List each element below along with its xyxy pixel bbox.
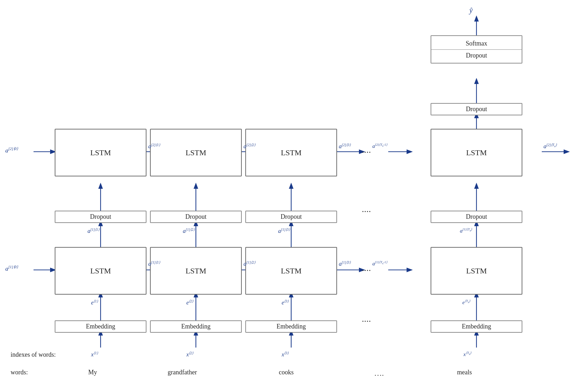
dots-drop: .... [362, 204, 371, 215]
lstm-l1-col3: LSTM [245, 247, 337, 295]
lstm-label-l2-c1: LSTM [90, 148, 111, 157]
lstm-l1-col2: LSTM [150, 247, 242, 295]
word-meals: meals [457, 369, 472, 376]
y-hat-label: ŷ [469, 6, 473, 14]
dropout-label-top-c4: Dropout [466, 105, 487, 113]
lstm-label-l1-c3: LSTM [281, 266, 302, 276]
dots-l2: .... [362, 145, 371, 155]
lstm-label-l1-c2: LSTM [186, 266, 206, 276]
a2-0-label: a[2]⟨0⟩ [5, 146, 18, 154]
lstm-l2-col1: LSTM [55, 129, 146, 176]
a1-3-h-label: a[1]⟨3⟩ [339, 260, 351, 267]
dots-emb: .... [362, 314, 371, 324]
lstm-label-l1-c4: LSTM [466, 266, 487, 276]
word-grandfather: grandfather [168, 369, 197, 376]
e3-label: e⟨3⟩ [282, 299, 289, 306]
lstm-l1-col1: LSTM [55, 247, 146, 295]
lstm-l1-col4: LSTM [431, 247, 522, 295]
lstm-label-l1-c1: LSTM [90, 266, 111, 276]
dropout-label-c2: Dropout [185, 213, 206, 221]
dropout-label-c4: Dropout [466, 213, 487, 221]
embedding-label-3: Embedding [277, 323, 306, 330]
a1-tx1-h-label: a[1]⟨Tx-1⟩ [372, 260, 388, 267]
x2-label: x⟨2⟩ [186, 351, 193, 358]
dropout-softmax-label: Dropout [466, 50, 487, 61]
e2-label: e⟨2⟩ [186, 299, 193, 306]
embedding-box-2: Embedding [150, 320, 242, 333]
a1-2-h-label: a[1]⟨2⟩ [244, 260, 256, 267]
x3-label: x⟨3⟩ [282, 351, 289, 358]
embedding-label-1: Embedding [86, 323, 115, 330]
dropout-top-col4: Dropout [431, 103, 522, 115]
dropout-col1: Dropout [55, 211, 146, 223]
a1-0-label: a[1]⟨0⟩ [5, 265, 18, 272]
word-my: My [88, 369, 97, 376]
dropout-label-c3: Dropout [281, 213, 302, 221]
a2-tx1-h-label: a[2]⟨Tx-1⟩ [372, 143, 388, 149]
a2-1-h-label: a[2]⟨1⟩ [148, 143, 160, 150]
embedding-label-4: Embedding [462, 323, 491, 330]
a2-tx-h-label: a[2]⟨Tx⟩ [544, 143, 557, 150]
dropout-col4: Dropout [431, 211, 522, 223]
dropout-label-c1: Dropout [90, 213, 111, 221]
embedding-box-3: Embedding [245, 320, 337, 333]
indexes-label: indexes of words: [11, 351, 56, 358]
word-cooks: cooks [279, 369, 294, 376]
xtx-label: x⟨Tx⟩ [463, 351, 472, 357]
a1-1-v-label: a[1]⟨1⟩ [88, 228, 100, 234]
dropout-col3: Dropout [245, 211, 337, 223]
x1-label: x⟨1⟩ [91, 351, 98, 358]
a1-3-v-label: a[1]⟨3⟩ [278, 228, 290, 234]
softmax-dropout-box: Softmax Dropout [431, 35, 522, 64]
lstm-label-l2-c4: LSTM [466, 148, 487, 157]
a1-tx-v-label: a[1]⟨Tx⟩ [460, 228, 472, 234]
etx-label: e⟨Tx⟩ [462, 299, 470, 306]
word-dots-bottom: …. [374, 369, 384, 378]
dropout-col2: Dropout [150, 211, 242, 223]
lstm-l2-col3: LSTM [245, 129, 337, 176]
embedding-box-1: Embedding [55, 320, 146, 333]
lstm-l2-col2: LSTM [150, 129, 242, 176]
lstm-label-l2-c2: LSTM [186, 148, 206, 157]
a2-2-h-label: a[2]⟨2⟩ [244, 143, 256, 150]
a1-2-v-label: a[1]⟨2⟩ [183, 228, 195, 234]
a1-1-h-label: a[1]⟨1⟩ [148, 260, 160, 267]
lstm-l2-col4: LSTM [431, 129, 522, 176]
dots-l1: .... [362, 263, 371, 273]
embedding-label-2: Embedding [181, 323, 211, 330]
embedding-box-4: Embedding [431, 320, 522, 333]
a2-3-h-label: a[2]⟨3⟩ [339, 143, 351, 150]
softmax-label: Softmax [466, 38, 487, 49]
e1-label: e⟨1⟩ [91, 299, 98, 306]
words-label: words: [11, 369, 28, 376]
lstm-label-l2-c3: LSTM [281, 148, 302, 157]
